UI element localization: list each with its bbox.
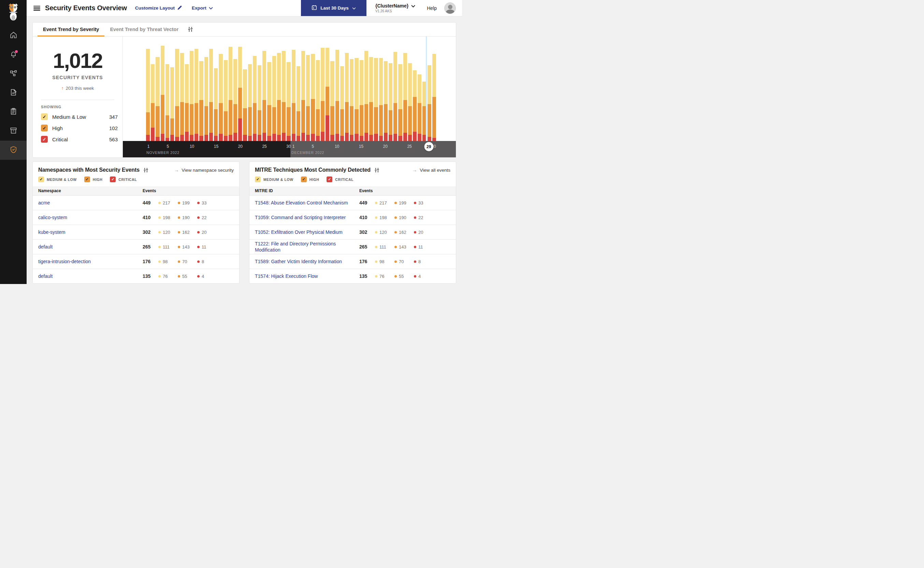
stacked-bar: [360, 39, 363, 141]
sidebar-item-policies[interactable]: [0, 83, 27, 103]
stacked-bar: [262, 39, 266, 141]
stacked-bar: [292, 39, 295, 141]
user-avatar[interactable]: [444, 2, 456, 14]
events-total: 176: [143, 259, 158, 264]
events-total: 410: [359, 215, 375, 220]
sidebar-item-service-graph[interactable]: [0, 64, 27, 83]
row-link[interactable]: kube-system: [38, 230, 65, 235]
view-namespace-security-link[interactable]: → View namespace security: [174, 167, 234, 173]
critical-dot-icon: [197, 216, 200, 219]
namespaces-severity-filters: ✓MEDIUM & LOW✓HIGH✓CRITICAL: [33, 173, 239, 186]
filter-critical[interactable]: ✓CRITICAL: [110, 177, 137, 182]
selected-day-marker[interactable]: 29: [424, 142, 433, 151]
stacked-bar: [170, 39, 174, 141]
date-range-button[interactable]: Last 30 Days: [301, 0, 366, 16]
column-header-namespace: Namespace: [33, 186, 137, 196]
stacked-bar: [219, 39, 223, 141]
filter-checkbox[interactable]: ✓: [110, 177, 116, 182]
filter-high[interactable]: ✓HIGH: [301, 177, 320, 182]
row-link[interactable]: T1548: Abuse Elevation Control Mechanism: [255, 200, 348, 205]
filter-checkbox[interactable]: ✓: [255, 177, 261, 182]
namespaces-filter-sliders-icon[interactable]: [143, 167, 149, 173]
sidebar: [0, 0, 27, 284]
stacked-bar: [209, 39, 213, 141]
menu-toggle-button[interactable]: [33, 6, 40, 11]
row-link[interactable]: T1574: Hijack Execution Flow: [255, 273, 318, 279]
sidebar-item-security-events[interactable]: [0, 140, 27, 160]
stacked-bar: [321, 39, 324, 141]
events-high: 162: [395, 230, 414, 235]
severity-checkbox-medium-low[interactable]: ✓: [41, 113, 48, 120]
mitre-severity-filters: ✓MEDIUM & LOW✓HIGH✓CRITICAL: [249, 173, 456, 186]
events-medium: 76: [375, 274, 395, 279]
row-link[interactable]: tigera-intrusion-detection: [38, 259, 91, 264]
stacked-bar: [326, 39, 329, 141]
sidebar-item-compliance-reports[interactable]: [0, 103, 27, 121]
row-link[interactable]: T1052: Exfiltration Over Physical Medium: [255, 230, 342, 235]
row-link[interactable]: T1589: Gather Victim Identity Informatio…: [255, 259, 342, 264]
axis-tick: 1: [292, 144, 295, 149]
medium-dot-icon: [375, 231, 377, 234]
events-total: 302: [143, 230, 158, 235]
cluster-selector[interactable]: {ClusterName} V1.26 AKS: [375, 3, 415, 13]
row-link[interactable]: calico-system: [38, 215, 67, 220]
filter-checkbox[interactable]: ✓: [301, 177, 307, 182]
sidebar-item-workloads[interactable]: [0, 121, 27, 140]
stacked-bar: [398, 39, 402, 141]
medium-dot-icon: [158, 275, 161, 278]
stacked-bar: [180, 39, 184, 141]
row-link[interactable]: default: [38, 273, 53, 279]
filter-checkbox[interactable]: ✓: [84, 177, 90, 182]
table-row: T1222: File and Directory Permissions Mo…: [249, 240, 456, 254]
events-total: 302: [359, 230, 375, 235]
high-dot-icon: [395, 231, 397, 234]
row-link[interactable]: acme: [38, 200, 50, 205]
severity-legend: ✓Medium & Low347✓High102✓Critical563: [33, 113, 122, 143]
events-high: 162: [178, 230, 197, 235]
severity-checkbox-high[interactable]: ✓: [41, 125, 48, 131]
axis-tick: 10: [335, 144, 339, 149]
view-all-events-link[interactable]: → View all events: [412, 167, 451, 173]
customize-layout-button[interactable]: Customize Layout: [135, 5, 182, 11]
sidebar-item-home[interactable]: [0, 26, 27, 45]
filter-checkbox[interactable]: ✓: [327, 177, 332, 182]
events-high: 199: [178, 200, 197, 205]
severity-checkbox-critical[interactable]: ✓: [41, 136, 48, 143]
stacked-bar: [194, 39, 198, 141]
trend-filter-sliders-icon[interactable]: [187, 23, 193, 36]
filter-checkbox[interactable]: ✓: [38, 177, 44, 182]
high-dot-icon: [178, 260, 180, 263]
table-row: acme44921719933: [33, 196, 239, 210]
filter-label: HIGH: [309, 177, 320, 181]
medium-dot-icon: [158, 260, 161, 263]
export-button[interactable]: Export: [192, 6, 213, 11]
severity-trend-chart: 151015202530NOVEMBER 2022151015202530DEC…: [123, 36, 456, 157]
filter-medium-low[interactable]: ✓MEDIUM & LOW: [38, 177, 77, 182]
filter-high[interactable]: ✓HIGH: [84, 177, 103, 182]
trend-tabs: Event Trend by Severity Event Trend by T…: [33, 23, 456, 36]
critical-dot-icon: [197, 275, 200, 278]
events-medium: 217: [158, 200, 178, 205]
filter-medium-low[interactable]: ✓MEDIUM & LOW: [255, 177, 294, 182]
events-medium: 120: [158, 230, 178, 235]
selected-day-line: [426, 36, 427, 141]
stacked-bars: [146, 39, 436, 141]
file-edit-icon: [9, 88, 17, 98]
total-label: SECURITY EVENTS: [33, 75, 122, 80]
filter-critical[interactable]: ✓CRITICAL: [327, 177, 354, 182]
tab-event-trend-by-threat-vector[interactable]: Event Trend by Threat Vector: [104, 23, 184, 36]
stacked-bar: [345, 39, 349, 141]
sidebar-item-notifications[interactable]: [0, 45, 27, 64]
help-link[interactable]: Help: [427, 6, 437, 11]
network-graph-icon: [9, 69, 17, 79]
row-link[interactable]: T1059: Command and Scripting Interpreter: [255, 215, 346, 220]
row-link[interactable]: T1222: File and Directory Permissions Mo…: [255, 241, 336, 252]
table-row: calico-system41019819022: [33, 210, 239, 225]
row-link[interactable]: default: [38, 244, 53, 249]
namespaces-card-title: Namespaces with Most Security Events: [38, 167, 140, 173]
calendar-icon: [312, 5, 317, 11]
stacked-bar: [234, 39, 237, 141]
tab-event-trend-by-severity[interactable]: Event Trend by Severity: [38, 23, 104, 36]
mitre-filter-sliders-icon[interactable]: [374, 167, 380, 173]
medium-dot-icon: [158, 246, 161, 248]
